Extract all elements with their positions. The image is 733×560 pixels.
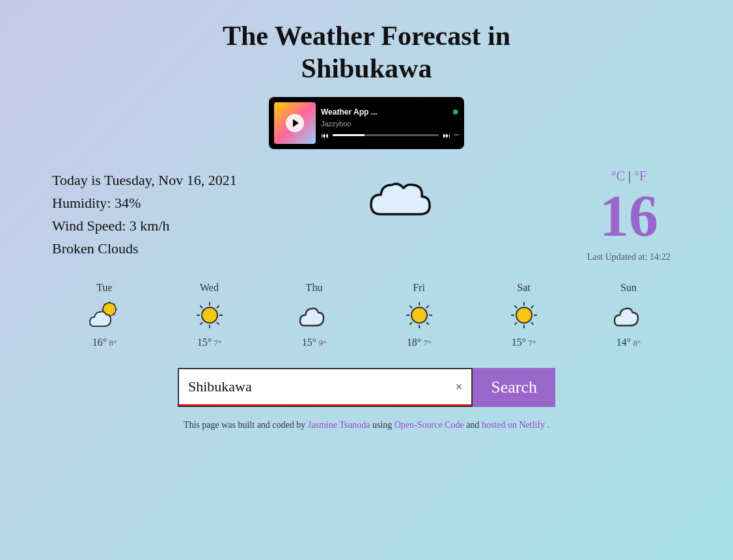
svg-line-15 <box>217 322 219 325</box>
album-art <box>274 102 316 144</box>
clear-button[interactable]: × <box>453 378 465 397</box>
date-label: Today is Tuesday, Nov 16, 2021 <box>52 169 237 191</box>
svg-line-35 <box>514 322 517 325</box>
forecast-temps-thu: 15° 9° <box>302 337 327 348</box>
next-button[interactable]: ⏭ <box>443 131 450 140</box>
footer-text-before: This page was built and coded by <box>184 420 308 430</box>
day-label-fri: Fri <box>413 282 425 294</box>
forecast-row: Tue 16° 8° Wed <box>39 282 694 348</box>
host-link[interactable]: hosted on Netlify <box>482 420 545 430</box>
search-button[interactable]: Search <box>473 368 555 407</box>
page-title: The Weather Forecast in Shibukawa <box>223 20 510 85</box>
play-button[interactable] <box>286 114 304 132</box>
forecast-icon-tue <box>89 299 121 331</box>
svg-line-17 <box>200 322 202 325</box>
footer-text-after: and <box>466 420 482 430</box>
forecast-day-tue: Tue 16° 8° <box>66 282 144 348</box>
day-label-thu: Thu <box>306 282 323 294</box>
track-name: Weather App ... <box>321 107 378 117</box>
svg-point-9 <box>202 307 217 323</box>
forecast-icon-sat <box>508 299 540 331</box>
unit-toggle: °C | °F <box>611 169 646 184</box>
forecast-temps-tue: 16° 8° <box>92 337 117 348</box>
clear-icon: × <box>456 380 463 393</box>
svg-line-14 <box>200 305 202 308</box>
forecast-temps-sun: 14° 8° <box>616 337 641 348</box>
wind-speed-label: Wind Speed: 3 km/h <box>52 214 237 237</box>
forecast-day-sat: Sat 15° 7° <box>485 282 563 348</box>
share-icon[interactable]: ⋯ <box>454 130 459 140</box>
source-link[interactable]: Open-Source Code <box>394 420 464 430</box>
forecast-icon-fri <box>403 299 436 331</box>
svg-line-23 <box>409 305 412 308</box>
forecast-day-thu: Thu 15° 9° <box>275 282 353 348</box>
forecast-day-sun: Sun 14° 8° <box>590 282 668 348</box>
prev-button[interactable]: ⏮ <box>321 131 329 140</box>
day-label-wed: Wed <box>200 282 219 294</box>
condition-label: Broken Clouds <box>52 237 237 260</box>
last-updated: Last Updated at: 14:22 <box>587 252 671 262</box>
forecast-icon-sun <box>613 299 645 331</box>
footer: This page was built and coded by Jasmine… <box>184 420 549 430</box>
svg-line-34 <box>531 305 534 308</box>
spotify-widget: Weather App ... ● Jazzyboo ⏮ ⏭ ⋯ <box>269 97 464 149</box>
search-input[interactable] <box>179 369 471 406</box>
spotify-logo-icon: ● <box>452 105 459 119</box>
spotify-info: Weather App ... ● Jazzyboo ⏮ ⏭ ⋯ <box>321 105 459 140</box>
playback-controls: ⏮ ⏭ ⋯ <box>321 130 459 140</box>
weather-info: Today is Tuesday, Nov 16, 2021 Humidity:… <box>52 169 237 260</box>
forecast-icon-thu <box>298 299 331 331</box>
forecast-day-wed: Wed 15° 7° <box>171 282 249 348</box>
forecast-temps-fri: 18° 7° <box>407 337 432 348</box>
forecast-icon-wed <box>193 299 226 331</box>
day-label-tue: Tue <box>96 282 112 294</box>
weather-main: Today is Tuesday, Nov 16, 2021 Humidity:… <box>39 169 694 262</box>
footer-text-end: . <box>547 420 550 430</box>
svg-point-18 <box>411 307 427 323</box>
play-icon <box>293 119 299 127</box>
forecast-day-fri: Fri 18° 7° <box>380 282 458 348</box>
svg-line-24 <box>426 322 429 325</box>
svg-line-33 <box>531 322 534 325</box>
svg-line-26 <box>409 322 412 325</box>
svg-line-32 <box>514 305 517 308</box>
day-label-sun: Sun <box>620 282 637 294</box>
svg-line-25 <box>426 305 429 308</box>
unit-c[interactable]: °C <box>611 169 625 183</box>
humidity-label: Humidity: 34% <box>52 191 237 214</box>
svg-line-16 <box>217 305 219 308</box>
author-link[interactable]: Jasmine Tsunoda <box>308 420 370 430</box>
temperature-value: 16 <box>600 187 658 245</box>
search-input-wrapper: × <box>178 368 473 407</box>
svg-point-27 <box>516 307 532 323</box>
weather-temp-section: °C | °F 16 Last Updated at: 14:22 <box>577 169 681 262</box>
footer-text-middle: using <box>372 420 394 430</box>
search-section: × Search <box>178 368 555 407</box>
unit-f[interactable]: °F <box>634 169 646 183</box>
forecast-temps-wed: 15° 7° <box>197 337 222 348</box>
artist-name: Jazzyboo <box>321 120 459 128</box>
main-weather-icon <box>365 169 449 234</box>
unit-separator: | <box>628 169 631 183</box>
day-label-sat: Sat <box>517 282 530 294</box>
progress-fill <box>333 134 365 136</box>
progress-bar <box>333 134 439 136</box>
forecast-temps-sat: 15° 7° <box>512 337 536 348</box>
weather-icon-center <box>237 169 577 234</box>
